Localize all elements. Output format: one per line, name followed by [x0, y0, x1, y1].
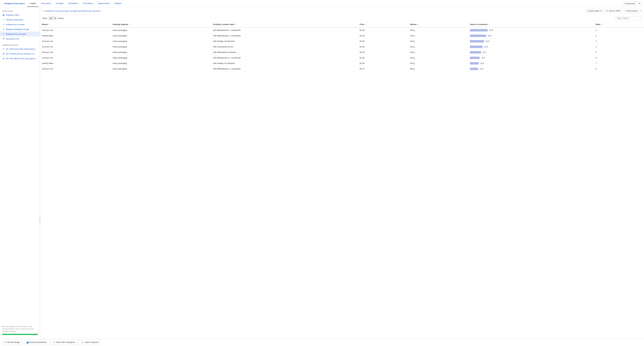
- table-row: Granny's mix Glass packaging with Lactob…: [40, 44, 644, 50]
- col-price[interactable]: Price ▲ ▼: [358, 22, 408, 28]
- cell-rank: 2: [594, 33, 644, 39]
- cell-packing: Glass packaging: [111, 44, 211, 50]
- col-packing[interactable]: Packing material ▲ ▼: [111, 22, 211, 28]
- cell-packing: Paper packaging: [111, 55, 211, 61]
- cell-value: 12.5: [468, 61, 594, 66]
- cell-price: $1.90: [358, 50, 408, 55]
- sidebar-item-goodness[interactable]: ⚑ Goodness of fit: [0, 36, 40, 41]
- cell-price: $1.90: [358, 61, 408, 66]
- col-rank[interactable]: Rank ▲ ▼: [594, 22, 644, 28]
- cell-brand: Granny's mix: [40, 66, 111, 72]
- top-navigation: Feedback from testers Insights Time seri…: [0, 0, 644, 7]
- sidebar-item-attribute[interactable]: ≡ Attribute importance: [0, 17, 40, 22]
- cell-packing: Glass packaging: [111, 28, 211, 33]
- cell-value: 13.9: [468, 39, 594, 44]
- ranked-icon: ≔: [2, 33, 5, 35]
- cell-price: $1.90: [358, 33, 408, 39]
- table-row: Healthy Bites Glass packaging with Bifid…: [40, 33, 644, 39]
- bottom-toolbar: ⊙ Review design 👥 Review participants ↗ …: [0, 338, 644, 346]
- tab-pivottables[interactable]: Pivot tables: [80, 0, 95, 7]
- cell-value: 13.5: [468, 44, 594, 50]
- col-probiotic[interactable]: Probiotic content claim ▲ ▼: [211, 22, 358, 28]
- tab-weights[interactable]: Weights: [112, 0, 124, 7]
- add-export-button[interactable]: ↗ Add to export: [623, 9, 639, 13]
- value-bar: [470, 40, 484, 43]
- data-table: Brand ▲ ▼ Packing material ▲ ▼: [40, 22, 644, 72]
- tab-feedback[interactable]: Feedback from testers: [2, 0, 27, 7]
- sidebar-item-label: Preferences for levels: [6, 23, 25, 26]
- paragraph-icon: ¶: [2, 48, 5, 50]
- cell-brand: Healthy Bites: [40, 33, 111, 39]
- tab-insights[interactable]: Insights: [27, 0, 39, 7]
- cell-brand: Granny's mix: [40, 55, 111, 61]
- table-row: Granny's mix Glass packaging with Health…: [40, 39, 644, 44]
- cell-probiotic: with Bifidobacteria + Lactobacilli: [211, 28, 358, 33]
- sidebar-item-ranked[interactable]: ≔ Ranked list of concepts: [0, 32, 40, 36]
- entries-select[interactable]: 20 10 50 100: [48, 16, 57, 20]
- cell-rank: 6: [594, 55, 644, 61]
- info-icon: ⓘ: [640, 10, 642, 12]
- participants-icon: 👥: [26, 341, 29, 343]
- cell-brand: Healthy Bites: [40, 61, 111, 66]
- grid-icon: ▦: [2, 14, 5, 16]
- cell-probiotic: with Bifidobacteria + Lactobacilli: [211, 66, 358, 72]
- review-design-button[interactable]: ⊙ Review design: [2, 340, 22, 345]
- sort-icon-brand: ▲ ▼: [49, 23, 50, 26]
- sidebar-item-q2[interactable]: ⊞ Q2: Primary grocery shopper in h...: [0, 51, 40, 56]
- sidebar: Study results ▦ Explainer video ≡ Attrib…: [0, 7, 40, 338]
- col-volume[interactable]: Volume ▲ ▼: [408, 22, 468, 28]
- cell-rank: 3: [594, 39, 644, 44]
- sidebar-item-label: Attribute importance: [6, 19, 23, 21]
- content-area: ≔ Ranked list of some product concepts a…: [40, 7, 644, 338]
- responses-dropdown[interactable]: All responses ▼: [623, 2, 642, 6]
- grid2-icon: ⊞: [2, 53, 5, 55]
- cell-volume: 150 g: [408, 61, 468, 66]
- tab-segmentation[interactable]: Segmentation: [96, 0, 112, 7]
- value-bar: [470, 35, 486, 37]
- export-analyses-button[interactable]: 🛒 Export analyses: [79, 340, 101, 345]
- cell-volume: 150 g: [408, 39, 468, 44]
- sidebar-item-q1[interactable]: ¶ Q1: Welcome to this study about [...: [0, 47, 40, 51]
- cell-brand: Granny's mix: [40, 44, 111, 50]
- cell-price: $3.15: [358, 66, 408, 72]
- cell-volume: 150 g: [408, 50, 468, 55]
- share-colleagues-button[interactable]: ↗ Share with colleagues: [50, 340, 77, 345]
- value-bar: [470, 46, 482, 48]
- table-header-row: Brand ▲ ▼ Packing material ▲ ▼: [40, 22, 644, 28]
- show-label: Show: [42, 17, 47, 19]
- cell-value: 15.6: [468, 28, 594, 33]
- col-value[interactable]: Value to customers ▲ ▼: [468, 22, 594, 28]
- chevron-down-icon: ▼: [639, 3, 640, 5]
- flag-icon: ⚑: [2, 38, 5, 40]
- value-bar: [470, 68, 478, 70]
- sidebar-item-marginal[interactable]: ⊙ Marginal willingness to pay: [0, 27, 40, 32]
- sidebar-item-explainer[interactable]: ▦ Explainer video: [0, 13, 40, 17]
- sidebar-item-label: Q3: How often do you buy yogurts...: [6, 57, 37, 60]
- review-participants-button[interactable]: 👥 Review participants: [24, 340, 49, 345]
- sidebar-item-label: Q1: Welcome to this study about [...: [6, 48, 36, 50]
- search-input-wrapper: [615, 16, 642, 20]
- value-bar: [470, 57, 480, 59]
- cell-probiotic: with Bifidobacteria + Lactobacilli: [211, 33, 358, 39]
- sidebar-item-preferences[interactable]: ≡ Preferences for levels: [0, 22, 40, 27]
- tab-timeseries[interactable]: Time series: [39, 0, 54, 7]
- value-bar: [470, 51, 481, 54]
- cell-volume: 150 g: [408, 55, 468, 61]
- view-json-button[interactable]: </> View as JSON: [604, 9, 622, 13]
- cell-rank: 1: [594, 28, 644, 33]
- search-input[interactable]: [615, 16, 642, 20]
- tab-crosstab[interactable]: Crosstab: [53, 0, 66, 7]
- entries-label: entries: [58, 17, 64, 19]
- progress-bar-fill: [2, 334, 38, 335]
- cell-price: $1.90: [358, 44, 408, 50]
- quick-export-button[interactable]: ⬇ Quick export ▼: [586, 9, 603, 13]
- col-brand[interactable]: Brand ▲ ▼: [40, 22, 111, 28]
- cell-price: $1.90: [358, 55, 408, 61]
- tab-simulations[interactable]: Simulations: [66, 0, 80, 7]
- sidebar-footer: We have gathered 113 responses vs. the r…: [0, 323, 40, 336]
- additional-questions-heading: Additional questions: [0, 43, 40, 47]
- cell-volume: 150 g: [408, 33, 468, 39]
- sort-icon-packing: ▲ ▼: [129, 23, 130, 26]
- value-bar: [470, 29, 488, 32]
- sidebar-item-q3[interactable]: ⊞ Q3: How often do you buy yogurts...: [0, 56, 40, 61]
